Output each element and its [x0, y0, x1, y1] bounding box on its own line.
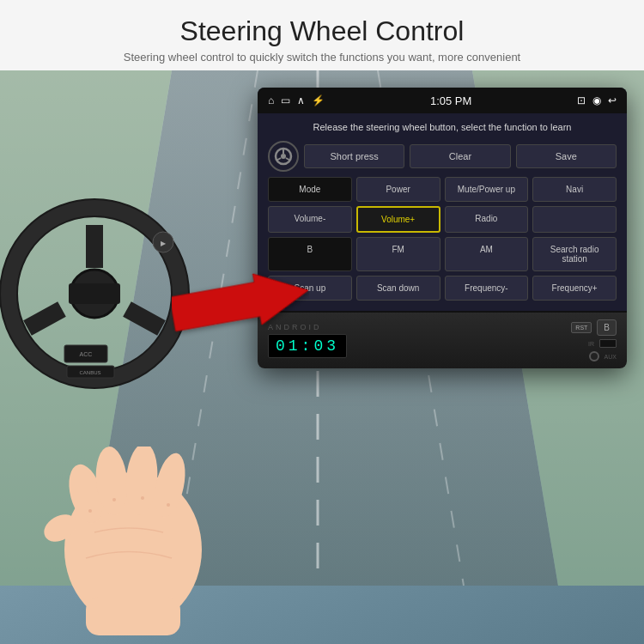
home-icon[interactable]: ⌂	[268, 94, 274, 106]
back-icon[interactable]: ↩	[608, 94, 617, 106]
scene-container: ACC CANBUS ▶	[0, 70, 644, 644]
aux-label: AUX	[605, 354, 617, 360]
short-press-button[interactable]: Short press	[304, 144, 404, 168]
empty-button	[532, 206, 617, 233]
main-title: Steering Wheel Control	[17, 15, 627, 47]
search-radio-button[interactable]: Search radio station	[532, 237, 617, 271]
radio-button[interactable]: Radio	[445, 206, 529, 233]
power-button[interactable]: Power	[356, 177, 440, 202]
svg-text:CANBUS: CANBUS	[79, 370, 100, 375]
aux-port	[589, 351, 599, 361]
unit-controls-3: AUX	[589, 351, 617, 361]
button-grid: Mode Power Mute/Power up Navi Volume- Vo…	[268, 177, 617, 301]
freq-plus-button[interactable]: Frequency+	[532, 276, 617, 301]
instruction-text: Release the steering wheel button, selec…	[268, 122, 617, 132]
svg-line-10	[27, 309, 62, 328]
steering-wheel-icon	[268, 141, 299, 172]
fm-button[interactable]: FM	[356, 237, 440, 271]
header-section: Steering Wheel Control Steering wheel co…	[0, 0, 644, 70]
svg-line-11	[127, 309, 161, 328]
am-button[interactable]: AM	[445, 237, 529, 271]
screen-content: Release the steering wheel button, selec…	[258, 113, 627, 311]
screen: ⌂ ▭ ∧ ⚡ 1:05 PM ⊡ ◉ ↩ Release the steeri…	[258, 88, 627, 311]
volume-plus-button[interactable]: Volume+	[356, 206, 440, 233]
svg-rect-30	[86, 597, 180, 635]
svg-rect-13	[69, 283, 120, 304]
mute-power-button[interactable]: Mute/Power up	[445, 177, 529, 202]
svg-text:ACC: ACC	[80, 351, 93, 357]
red-arrow-svg	[172, 259, 309, 345]
ir-label: IR	[588, 341, 594, 347]
scan-down-button[interactable]: Scan down	[356, 276, 440, 301]
svg-point-27	[112, 498, 116, 501]
svg-point-33	[281, 154, 286, 159]
page-wrapper: Steering Wheel Control Steering wheel co…	[0, 0, 644, 644]
unit-right: RST B IR AUX	[571, 319, 617, 361]
svg-point-26	[88, 509, 92, 513]
location-icon[interactable]: ◉	[592, 94, 601, 106]
cast-icon[interactable]: ⊡	[577, 94, 586, 106]
b-button-unit[interactable]: B	[597, 319, 617, 336]
status-icons-right: ⊡ ◉ ↩	[577, 94, 617, 106]
unit-controls-2: IR	[588, 339, 617, 348]
usb-icon[interactable]: ⚡	[312, 94, 325, 106]
clear-button[interactable]: Clear	[410, 144, 510, 168]
top-button-row: Short press Clear Save	[268, 141, 617, 172]
freq-minus-button[interactable]: Frequency-	[445, 276, 529, 301]
svg-point-29	[167, 503, 170, 507]
svg-line-35	[277, 158, 282, 161]
svg-marker-31	[172, 265, 309, 340]
status-icons-left: ⌂ ▭ ∧ ⚡	[268, 94, 325, 106]
rst-button[interactable]: RST	[571, 322, 592, 333]
status-bar: ⌂ ▭ ∧ ⚡ 1:05 PM ⊡ ◉ ↩	[258, 88, 627, 113]
unit-controls: RST B	[571, 319, 617, 336]
mode-button[interactable]: Mode	[268, 177, 352, 202]
stereo-unit: ⌂ ▭ ∧ ⚡ 1:05 PM ⊡ ◉ ↩ Release the steeri…	[258, 88, 627, 368]
svg-point-28	[141, 496, 144, 500]
sub-title: Steering wheel control to quickly switch…	[17, 51, 627, 64]
save-button[interactable]: Save	[516, 144, 617, 168]
player-unit: ANDROID 01:03 RST B IR AUX	[258, 311, 627, 368]
svg-text:▶: ▶	[161, 240, 167, 247]
up-icon[interactable]: ∧	[297, 94, 305, 106]
hand-svg	[34, 447, 232, 635]
status-time: 1:05 PM	[430, 94, 471, 107]
screen-icon[interactable]: ▭	[281, 94, 290, 106]
usb-slot	[599, 339, 617, 348]
volume-minus-button[interactable]: Volume-	[268, 206, 352, 233]
navi-button[interactable]: Navi	[532, 177, 617, 202]
svg-line-36	[286, 158, 290, 161]
